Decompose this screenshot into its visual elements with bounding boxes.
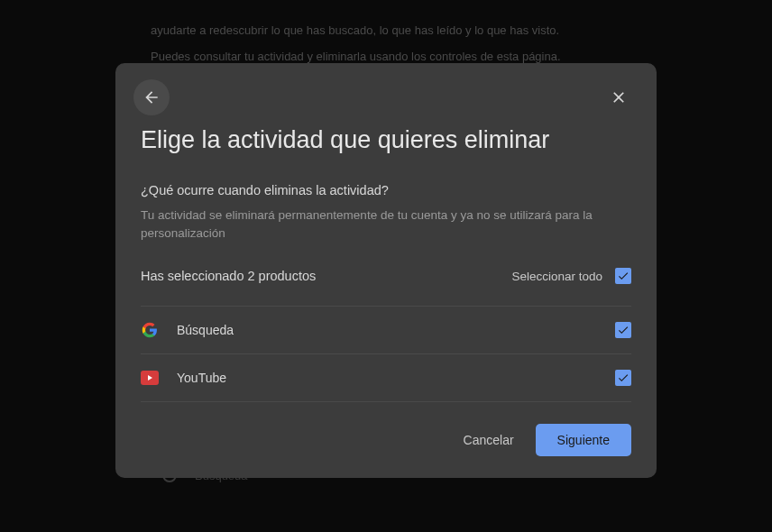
checkbox-search[interactable] [615, 322, 631, 338]
close-icon [610, 88, 628, 106]
product-item-search[interactable]: Búsqueda [141, 307, 631, 354]
checkmark-icon [617, 371, 630, 384]
select-all-group: Seleccionar todo [511, 268, 631, 284]
google-icon [141, 321, 159, 339]
close-button[interactable] [602, 81, 635, 114]
selection-row: Has seleccionado 2 productos Seleccionar… [141, 268, 631, 284]
youtube-icon [141, 369, 159, 387]
product-list: Búsqueda YouTube [141, 306, 631, 402]
dialog-header [141, 79, 631, 115]
select-all-label: Seleccionar todo [511, 270, 602, 283]
checkbox-youtube[interactable] [615, 370, 631, 386]
next-button[interactable]: Siguiente [536, 424, 631, 456]
checkmark-icon [617, 324, 630, 336]
dialog-title: Elige la actividad que quieres eliminar [141, 126, 631, 154]
dialog-description: Tu actividad se eliminará permanentement… [141, 206, 631, 243]
cancel-button[interactable]: Cancelar [460, 424, 518, 456]
select-all-checkbox[interactable] [615, 268, 631, 284]
back-button[interactable] [133, 79, 170, 115]
checkmark-icon [617, 270, 630, 282]
selection-count: Has seleccionado 2 productos [141, 269, 316, 283]
product-item-youtube[interactable]: YouTube [141, 354, 631, 402]
dialog-overlay: Elige la actividad que quieres eliminar … [0, 0, 772, 532]
dialog-question: ¿Qué ocurre cuando eliminas la actividad… [141, 183, 631, 197]
product-name-search: Búsqueda [177, 323, 615, 337]
product-name-youtube: YouTube [177, 371, 615, 385]
dialog-footer: Cancelar Siguiente [141, 424, 631, 456]
delete-activity-dialog: Elige la actividad que quieres eliminar … [115, 63, 657, 479]
arrow-left-icon [142, 88, 161, 106]
